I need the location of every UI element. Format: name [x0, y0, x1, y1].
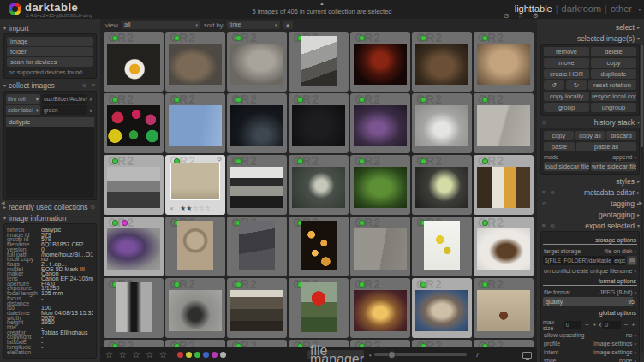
geotagging-module-header[interactable]: geotagging ▸: [540, 210, 640, 219]
export-module-header[interactable]: ≡ ⊙ export selected ▾: [540, 221, 640, 230]
module-header-icons[interactable]: ≡ ⊙: [542, 223, 557, 229]
panel-button[interactable]: paste all: [576, 142, 636, 151]
thumbnail[interactable]: CR2: [412, 93, 472, 153]
thumbnail[interactable]: CR2: [104, 155, 164, 215]
thumbnail[interactable]: CR2: [412, 278, 472, 338]
thumbnail[interactable]: CR2: [104, 278, 164, 338]
thumbnail[interactable]: CR2: [474, 217, 534, 276]
max-width-input[interactable]: 0: [564, 321, 582, 329]
allow-upscaling-select[interactable]: no▾: [626, 332, 636, 338]
layout-mode-select[interactable]: file manager▾: [307, 350, 364, 359]
history-stack-header[interactable]: ⊙ history stack ▾: [540, 117, 640, 127]
thumbnail-zoom-slider[interactable]: [374, 353, 467, 356]
rule-field-select[interactable]: film roll▾: [6, 94, 40, 104]
thumbnail[interactable]: CR2: [165, 278, 225, 338]
view-other[interactable]: other: [611, 3, 632, 14]
increment-button[interactable]: +: [631, 321, 635, 329]
module-reset-icon[interactable]: ⊙: [542, 119, 548, 126]
top-panel-expander-icon[interactable]: ▲: [319, 1, 325, 6]
intent-select[interactable]: image settings▾: [593, 349, 636, 355]
import-button[interactable]: image: [7, 37, 93, 46]
styles-module-header[interactable]: styles ▸: [540, 176, 640, 186]
thumbnail[interactable]: CR2: [350, 217, 410, 276]
left-panel-collapse-icon[interactable]: ◀: [1, 199, 5, 205]
view-darkroom[interactable]: darkroom: [562, 3, 601, 14]
thumbnail[interactable]: CR2: [412, 32, 472, 92]
views-caret-icon[interactable]: ▾: [638, 7, 641, 12]
select-module-header[interactable]: select ▸: [540, 22, 640, 32]
panel-button[interactable]: write sidecar files: [591, 162, 636, 171]
rule-value-input[interactable]: green: [42, 105, 87, 115]
import-button[interactable]: folder: [7, 47, 93, 56]
filename-template-input[interactable]: $(FILE_FOLDER)/darktable_exported/img_: [543, 256, 625, 265]
module-reset-icon[interactable]: ⊙: [542, 200, 548, 207]
panel-button[interactable]: discard: [606, 131, 636, 140]
bottom-panel-expander-icon[interactable]: ▼: [341, 357, 345, 362]
panel-button[interactable]: group: [544, 103, 589, 112]
panel-button[interactable]: copy all: [575, 131, 605, 140]
star-icon[interactable]: ☆: [205, 205, 211, 212]
thumbnail[interactable]: CR2: [474, 155, 534, 215]
rule-operator-icon[interactable]: ∨: [87, 107, 94, 113]
thumbnail[interactable]: CR2: [104, 93, 164, 153]
thumbnail[interactable]: CR2: [412, 155, 472, 215]
thumbnail[interactable]: CR2: [412, 340, 472, 347]
color-label-dot[interactable]: [220, 352, 226, 358]
panel-button[interactable]: delete: [591, 47, 636, 56]
panel-button[interactable]: remove: [544, 47, 589, 56]
thumbnail[interactable]: CR2: [104, 32, 164, 92]
thumbnail[interactable]: CR2: [289, 217, 349, 276]
tagging-module-header[interactable]: ⊙ tagging ▸: [540, 199, 640, 208]
thumbnail[interactable]: CR2: [350, 155, 410, 215]
thumbnail[interactable]: CR2: [474, 340, 534, 347]
thumbnail[interactable]: CR2: [350, 32, 410, 92]
view-filter-select[interactable]: all▾: [122, 21, 200, 29]
panel-button[interactable]: duplicate: [591, 69, 636, 79]
thumbnail[interactable]: CR2: [289, 278, 349, 338]
thumbnail[interactable]: CR2: [227, 340, 287, 347]
thumbnail[interactable]: CR2: [474, 93, 534, 153]
max-height-input[interactable]: 0: [603, 321, 621, 329]
panel-button[interactable]: load sidecar file: [544, 162, 589, 171]
thumbnail[interactable]: CR2: [227, 93, 287, 153]
color-label-dot[interactable]: [203, 352, 209, 358]
thumbnail[interactable]: CR2: [412, 217, 472, 276]
rating-filter-stars[interactable]: ☆ ☆ ☆ ☆ ☆: [105, 350, 169, 359]
thumbnail[interactable]: CR2: [227, 155, 287, 215]
rule-field-select[interactable]: color label▾: [6, 105, 40, 115]
right-panel-scrollbar[interactable]: [641, 45, 643, 353]
module-header-icons[interactable]: ≡ ⊙: [542, 189, 557, 196]
panel-button[interactable]: copy locally: [544, 92, 589, 101]
panel-button[interactable]: ungroup: [591, 103, 636, 112]
thumbnail[interactable]: CR2: [165, 93, 225, 153]
module-header-icons[interactable]: ⊙: [91, 204, 97, 211]
sort-select[interactable]: time▾: [227, 21, 280, 29]
image-info-header[interactable]: ▾ image information: [3, 213, 97, 223]
thumbnail[interactable]: CR2: [474, 278, 534, 338]
slider-knob[interactable]: [388, 351, 396, 359]
quality-slider[interactable]: quality 95: [543, 297, 637, 306]
color-label-dot[interactable]: [186, 352, 192, 358]
metadata-editor-header[interactable]: ≡ ⊙ metadata editor ▸: [540, 187, 640, 197]
history-mode-select[interactable]: append▾: [612, 154, 636, 160]
collection-result-item[interactable]: dailypic: [6, 117, 94, 127]
panel-button[interactable]: ↻: [566, 80, 587, 90]
sort-ascending-button[interactable]: ▲: [283, 21, 293, 29]
import-module-header[interactable]: ▾ import: [3, 23, 97, 33]
rule-operator-icon[interactable]: ∧: [87, 96, 94, 102]
thumbnail[interactable]: CR2: [104, 217, 164, 276]
thumbnail[interactable]: CR2: [350, 93, 410, 153]
file-format-select[interactable]: JPEG (8-bit)▾: [599, 289, 636, 295]
panel-button[interactable]: resync local copy: [591, 92, 636, 101]
on-conflict-select[interactable]: create unique filename▾: [572, 268, 636, 274]
target-storage-select[interactable]: file on disk▾: [604, 248, 636, 254]
panel-button[interactable]: copy: [591, 58, 636, 68]
thumbnail[interactable]: CR2: [289, 93, 349, 153]
color-label-dot[interactable]: [194, 352, 200, 358]
thumbnail[interactable]: CR2: [165, 32, 225, 92]
collect-module-header[interactable]: ▾ collect images ⊙ ≡: [3, 80, 97, 90]
star-icon[interactable]: ☆: [199, 205, 205, 212]
color-label-dot[interactable]: [212, 352, 218, 358]
thumbnail[interactable]: CR2: [350, 278, 410, 338]
panel-button[interactable]: move: [544, 58, 589, 68]
